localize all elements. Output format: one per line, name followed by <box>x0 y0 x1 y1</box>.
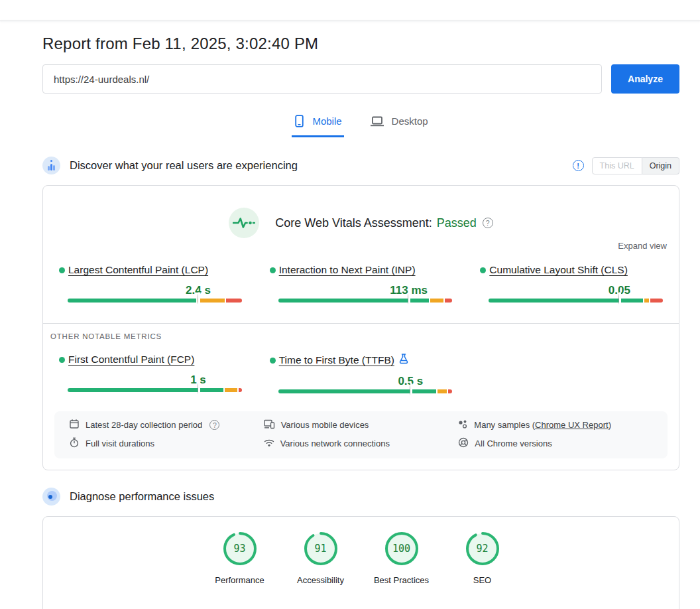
footnote-visit-durations: Full visit durations <box>69 437 264 450</box>
devices-icon <box>264 419 275 431</box>
other-metrics-heading: OTHER NOTABLE METRICS <box>43 323 679 340</box>
field-section-header: Discover what your real users are experi… <box>42 157 679 174</box>
metric-fcp-distribution-bar <box>68 388 242 392</box>
pagespeed-report-page: Report from Feb 11, 2025, 3:02:40 PM Ana… <box>0 0 700 609</box>
metric-fcp: First Contentful Paint (FCP) 1 s <box>59 354 242 393</box>
analyze-button[interactable]: Analyze <box>611 64 679 94</box>
metric-fcp-label[interactable]: First Contentful Paint (FCP) <box>68 354 194 366</box>
url-form: Analyze <box>42 64 679 94</box>
metric-inp-label[interactable]: Interaction to Next Paint (INP) <box>279 264 416 276</box>
tab-mobile[interactable]: Mobile <box>292 109 343 137</box>
seo-score-value: 92 <box>464 530 501 567</box>
score-performance[interactable]: 93 Performance <box>207 530 273 585</box>
tab-mobile-label: Mobile <box>312 115 341 127</box>
stopwatch-icon <box>69 437 80 450</box>
field-data-card: Core Web Vitals Assessment: Passed ? Exp… <box>42 185 679 470</box>
good-dot-icon <box>59 267 65 273</box>
assessment-label: Core Web Vitals Assessment: <box>275 216 432 230</box>
metric-lcp-distribution-bar <box>68 299 242 303</box>
footnote-network-connections: Various network connections <box>264 437 459 450</box>
assessment-status: Passed <box>437 216 477 230</box>
footnote-chrome-versions: All Chrome versions <box>458 437 653 450</box>
footnote-text: Full visit durations <box>86 439 154 448</box>
wifi-icon <box>264 438 274 449</box>
collection-footnotes: Latest 28-day collection period ? Variou… <box>54 411 668 458</box>
metric-ttfb-distribution-bar <box>278 389 453 393</box>
p75-marker-icon <box>616 293 622 305</box>
seo-score-label: SEO <box>473 575 491 585</box>
footnote-collection-period: Latest 28-day collection period ? <box>69 419 264 431</box>
lab-data-card: 93 Performance 91 Accessibility 100 <box>42 516 679 609</box>
good-dot-icon <box>270 358 276 364</box>
p75-marker-icon <box>196 293 202 305</box>
collection-period-help-icon[interactable]: ? <box>209 420 219 430</box>
tab-desktop[interactable]: Desktop <box>368 109 430 137</box>
url-origin-toggle: This URL Origin <box>592 157 679 174</box>
experimental-flask-icon[interactable] <box>399 354 408 367</box>
p75-marker-icon <box>196 383 202 395</box>
info-icon[interactable]: ! <box>573 160 584 171</box>
metric-lcp: Largest Contentful Paint (LCP) 2.4 s <box>59 264 242 303</box>
crux-report-link[interactable]: Chrome UX Report <box>535 420 609 430</box>
origin-toggle-button[interactable]: Origin <box>642 157 679 174</box>
core-metrics-row: Largest Contentful Paint (LCP) 2.4 s <box>43 251 679 303</box>
mobile-phone-icon <box>294 115 305 127</box>
assessment-help-icon[interactable]: ? <box>483 218 493 228</box>
other-metrics-row: First Contentful Paint (FCP) 1 s <box>43 340 679 393</box>
p75-marker-icon <box>406 293 412 305</box>
lab-section-title: Diagnose performance issues <box>70 490 214 503</box>
metric-ttfb: Time to First Byte (TTFB) 0.5 s <box>270 354 453 393</box>
score-best-practices[interactable]: 100 Best Practices <box>369 530 435 585</box>
footnote-mobile-devices: Various mobile devices <box>264 419 459 431</box>
score-seo[interactable]: 92 SEO <box>449 530 516 585</box>
accessibility-score-value: 91 <box>302 530 339 567</box>
good-dot-icon <box>480 267 486 273</box>
device-tabs: Mobile Desktop <box>42 109 679 137</box>
metric-inp: Interaction to Next Paint (INP) 113 ms <box>270 264 453 303</box>
expand-view-button[interactable]: Expand view <box>43 241 667 251</box>
diagnose-icon <box>42 488 60 506</box>
p75-marker-icon <box>408 384 414 396</box>
category-scores: 93 Performance 91 Accessibility 100 <box>43 530 679 585</box>
footnote-text: All Chrome versions <box>475 439 552 448</box>
score-accessibility[interactable]: 91 Accessibility <box>288 530 354 585</box>
calendar-icon <box>69 419 80 431</box>
samples-suffix: ) <box>609 420 611 430</box>
pulse-icon <box>229 208 259 238</box>
good-dot-icon <box>59 357 65 363</box>
footnote-text: Latest 28-day collection period <box>86 420 202 430</box>
metric-inp-distribution-bar <box>278 299 453 303</box>
metric-cls-label[interactable]: Cumulative Layout Shift (CLS) <box>489 264 627 276</box>
this-url-toggle-button[interactable]: This URL <box>592 157 642 174</box>
performance-score-label: Performance <box>215 575 264 585</box>
metric-cls-distribution-bar <box>489 299 663 303</box>
best-practices-score-label: Best Practices <box>374 575 429 585</box>
page-title: Report from Feb 11, 2025, 3:02:40 PM <box>42 34 679 53</box>
footnote-text: Many samples (Chrome UX Report) <box>474 420 611 430</box>
samples-prefix: Many samples ( <box>474 420 535 430</box>
accessibility-score-label: Accessibility <box>297 575 344 585</box>
samples-icon <box>458 419 468 431</box>
url-input[interactable] <box>42 64 602 94</box>
performance-score-value: 93 <box>221 530 259 567</box>
field-section-title: Discover what your real users are experi… <box>70 159 298 172</box>
good-dot-icon <box>270 267 276 273</box>
footnote-text: Various mobile devices <box>281 420 369 430</box>
real-users-icon <box>42 157 60 174</box>
chrome-icon <box>458 437 469 450</box>
desktop-laptop-icon <box>370 115 384 127</box>
footnote-samples: Many samples (Chrome UX Report) <box>458 419 653 431</box>
metric-lcp-label[interactable]: Largest Contentful Paint (LCP) <box>68 264 208 276</box>
metric-cls: Cumulative Layout Shift (CLS) 0.05 <box>480 264 663 303</box>
cwv-assessment: Core Web Vitals Assessment: Passed ? <box>43 186 679 238</box>
best-practices-score-value: 100 <box>383 530 420 567</box>
metric-ttfb-label[interactable]: Time to First Byte (TTFB) <box>279 354 394 366</box>
tab-desktop-label: Desktop <box>392 115 428 127</box>
lab-section-header: Diagnose performance issues <box>42 488 679 506</box>
footnote-text: Various network connections <box>280 439 390 448</box>
